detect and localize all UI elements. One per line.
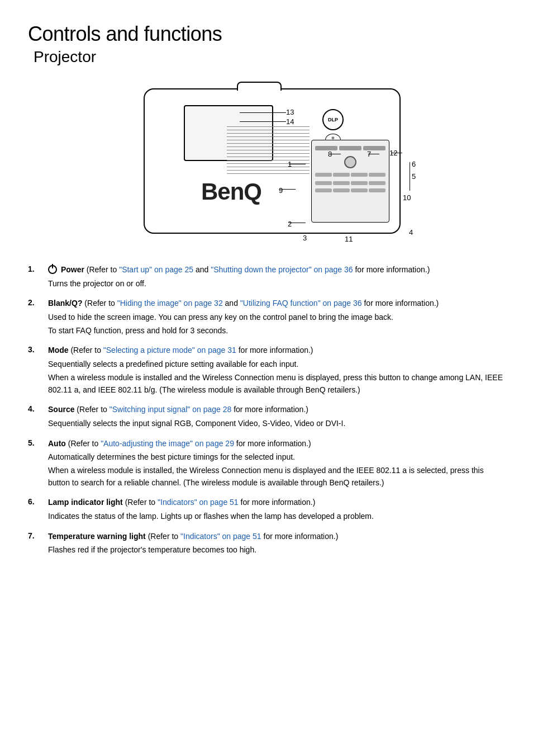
- item-desc-2b: To start FAQ function, press and hold fo…: [48, 325, 505, 337]
- item-6: 6. Lamp indicator light (Refer to "Indic…: [28, 497, 505, 522]
- item-prefix-5: (Refer to: [68, 439, 101, 448]
- callout-14: 14: [286, 117, 294, 126]
- lens-area: [184, 105, 273, 161]
- item-content-5: Auto (Refer to "Auto-adjusting the image…: [48, 438, 505, 489]
- item-suffix-5: for more information.): [236, 439, 311, 448]
- item-desc-3a: Sequentially selects a predefined pictur…: [48, 358, 505, 371]
- item-desc-5a: Automatically determines the best pictur…: [48, 451, 505, 464]
- item-num-7: 7.: [28, 531, 48, 540]
- item-suffix-3: for more information.): [239, 346, 313, 355]
- power-icon: [48, 265, 57, 274]
- item-title-7: Temperature warning light: [48, 532, 146, 541]
- item-title-3: Mode: [48, 346, 69, 355]
- callout-11: 11: [345, 235, 353, 243]
- item-prefix-2: (Refer to: [84, 299, 117, 308]
- item-suffix-4: for more information.): [234, 405, 308, 414]
- callout-4: 4: [409, 228, 413, 237]
- item-title-6: Lamp indicator light: [48, 498, 123, 507]
- item-4: 4. Source (Refer to "Switching input sig…: [28, 404, 505, 429]
- item-content-7: Temperature warning light (Refer to "Ind…: [48, 531, 505, 556]
- item-prefix-4: (Refer to: [77, 405, 109, 414]
- item-link2-1[interactable]: "Shutting down the projector" on page 36: [211, 265, 353, 274]
- item-title-1: Power: [48, 265, 87, 274]
- item-desc-4: Sequentially selects the input signal RG…: [48, 418, 505, 430]
- logo-area: BenQ: [189, 172, 273, 211]
- item-content-6: Lamp indicator light (Refer to "Indicato…: [48, 497, 505, 522]
- lens-lines: [227, 125, 310, 174]
- callout-6: 6: [412, 160, 416, 168]
- item-num-1: 1.: [28, 264, 48, 273]
- benq-logo: BenQ: [201, 178, 261, 205]
- item-link1-3[interactable]: "Selecting a picture mode" on page 31: [103, 346, 236, 355]
- lens-bump: [237, 82, 282, 91]
- item-desc-2a: Used to hide the screen image. You can p…: [48, 311, 505, 324]
- item-conj-2: and: [225, 299, 240, 308]
- page-subtitle: Projector: [34, 48, 505, 66]
- item-prefix-3: (Refer to: [70, 346, 103, 355]
- item-prefix-1: (Refer to: [87, 265, 119, 274]
- callout-13: 13: [286, 108, 294, 116]
- item-link1-4[interactable]: "Switching input signal" on page 28: [110, 405, 232, 414]
- item-suffix-2: for more information.): [364, 299, 439, 308]
- control-panel: [311, 140, 389, 223]
- item-link2-2[interactable]: "Utilizing FAQ function" on page 36: [240, 299, 362, 308]
- page-title: Controls and functions: [28, 22, 505, 46]
- callout-5: 5: [412, 172, 416, 181]
- item-5: 5. Auto (Refer to "Auto-adjusting the im…: [28, 438, 505, 489]
- callout-3: 3: [303, 234, 307, 242]
- item-7: 7. Temperature warning light (Refer to "…: [28, 531, 505, 556]
- item-title-5: Auto: [48, 439, 66, 448]
- item-conj-1: and: [196, 265, 211, 274]
- item-desc-6: Indicates the status of the lamp. Lights…: [48, 511, 505, 523]
- callout-9: 9: [279, 186, 283, 195]
- item-desc-1: Turns the projector on or off.: [48, 278, 505, 290]
- item-num-2: 2.: [28, 297, 48, 307]
- item-desc-3b: When a wireless module is installed and …: [48, 372, 505, 396]
- item-title-4: Source: [48, 405, 74, 414]
- item-title-2: Blank/Q?: [48, 299, 82, 308]
- item-num-4: 4.: [28, 404, 48, 413]
- callout-2: 2: [288, 220, 292, 228]
- item-suffix-1: for more information.): [355, 265, 430, 274]
- item-2: 2. Blank/Q? (Refer to "Hiding the image"…: [28, 297, 505, 337]
- item-link1-1[interactable]: "Start up" on page 25: [119, 265, 193, 274]
- item-content-2: Blank/Q? (Refer to "Hiding the image" on…: [48, 297, 505, 337]
- dlp-circle: DLP: [322, 109, 344, 130]
- item-1: 1. Power (Refer to "Start up" on page 25…: [28, 264, 505, 290]
- item-link1-5[interactable]: "Auto-adjusting the image" on page 29: [101, 439, 234, 448]
- projector-body: BenQ DLP ⊕ sRGB: [144, 88, 401, 234]
- item-content-1: Power (Refer to "Start up" on page 25 an…: [48, 264, 505, 290]
- item-link1-2[interactable]: "Hiding the image" on page 32: [117, 299, 223, 308]
- item-suffix-7: for more information.): [264, 532, 339, 541]
- items-list: 1. Power (Refer to "Start up" on page 25…: [28, 264, 505, 556]
- item-link1-6[interactable]: "Indicators" on page 51: [158, 498, 239, 507]
- item-desc-7: Flashes red if the projector's temperatu…: [48, 544, 505, 556]
- item-num-5: 5.: [28, 438, 48, 447]
- item-prefix-6: (Refer to: [125, 498, 158, 507]
- item-desc-5b: When a wireless module is installed, the…: [48, 465, 505, 489]
- item-num-3: 3.: [28, 344, 48, 354]
- item-suffix-6: for more information.): [241, 498, 316, 507]
- item-3: 3. Mode (Refer to "Selecting a picture m…: [28, 344, 505, 396]
- item-content-3: Mode (Refer to "Selecting a picture mode…: [48, 344, 505, 396]
- item-prefix-7: (Refer to: [148, 532, 180, 541]
- callout-10: 10: [403, 193, 411, 202]
- item-link1-7[interactable]: "Indicators" on page 51: [180, 532, 261, 541]
- item-content-4: Source (Refer to "Switching input signal…: [48, 404, 505, 429]
- item-num-6: 6.: [28, 497, 48, 506]
- projector-diagram: BenQ DLP ⊕ sRGB: [28, 77, 505, 251]
